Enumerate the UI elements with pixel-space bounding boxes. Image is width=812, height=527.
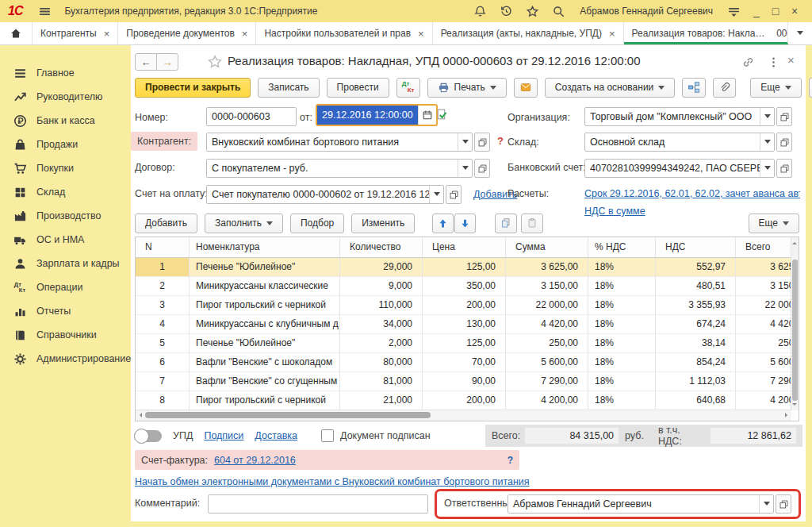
cell-price[interactable]: 125,00 [423,334,506,352]
kebab-menu-icon[interactable] [767,56,780,69]
search-icon[interactable] [552,5,565,18]
cell-vat_rate[interactable]: 18% [588,334,656,352]
cell-total[interactable]: 7 290,00 [736,372,799,390]
cell-qty[interactable]: 9,000 [340,277,423,295]
cell-vat_rate[interactable]: 18% [588,372,656,390]
tab[interactable]: Реализация (акты, накладные, УПД)× [433,22,624,44]
cell-n[interactable]: 1 [136,258,190,276]
payment-invoice-field[interactable]: Счет покупателю 0000-000602 от 19.12.201… [206,185,462,204]
signed-checkbox[interactable] [321,429,334,442]
cell-qty[interactable]: 21,000 [340,391,423,410]
comment-input[interactable] [208,494,428,514]
cell-vat[interactable]: 552,97 [656,258,736,276]
column-header[interactable]: Цена [423,237,506,257]
cell-name[interactable]: Печенье "Юбилейное" [190,258,340,276]
table-row[interactable]: 8Пирог тирольский с черникой21,000200,00… [136,391,799,410]
cell-total[interactable]: 250,00 [736,334,799,352]
table-row[interactable]: 2Миникруассаны классические9,000350,003 … [136,277,799,296]
cell-vat_rate[interactable]: 18% [588,353,656,371]
move-up-button[interactable] [432,213,454,233]
dropdown-icon[interactable] [760,108,774,125]
tab[interactable]: Проведение документов× [118,22,256,44]
cell-price[interactable]: 130,00 [423,315,506,333]
copy-row-button[interactable] [495,213,517,233]
notifications-bell-icon[interactable] [473,5,487,18]
fill-button[interactable]: Заполнить [205,213,283,233]
sidebar-item[interactable]: ОС и НМА [0,229,131,251]
sidebar-item[interactable]: Справочники [0,324,131,346]
dropdown-icon[interactable] [760,160,774,177]
cell-sum[interactable]: 5 600,00 [506,353,588,371]
more-button[interactable]: Еще [750,78,801,98]
warehouse-field[interactable]: Основной склад [584,133,792,152]
column-header[interactable]: Номенклатура [190,237,340,257]
tab[interactable]: Контрагенты× [33,22,118,44]
table-row[interactable]: 7Вафли "Венские" со сгущенным ...81,0009… [136,372,799,391]
cell-name[interactable]: Пирог тирольский с черникой [190,391,340,410]
cell-vat[interactable]: 674,24 [656,315,736,333]
signatures-link[interactable]: Подписи [204,430,243,441]
cell-qty[interactable]: 34,000 [340,315,423,333]
cell-name[interactable]: Пирог тирольский с черникой [190,296,340,314]
counterparty-field[interactable]: Внуковский комбинат бортового питания [206,133,490,152]
back-button[interactable]: ← [135,53,157,71]
open-icon[interactable] [776,107,792,126]
sidebar-item[interactable]: Продажи [0,133,131,156]
cell-price[interactable]: 125,00 [423,258,506,276]
tab-close-icon[interactable]: × [418,29,424,39]
invoice-help[interactable]: ? [508,455,513,466]
sidebar-item[interactable]: Производство [0,205,131,227]
current-user[interactable]: Абрамов Геннадий Сергеевич [580,6,713,17]
invoice-link[interactable]: 604 от 29.12.2016 [214,455,296,466]
dtkt-button[interactable]: ДтКт [396,78,420,98]
open-icon[interactable] [474,159,490,178]
cell-qty[interactable]: 81,000 [340,372,423,390]
cell-vat_rate[interactable]: 18% [588,315,656,333]
dropdown-icon[interactable] [760,133,774,151]
cell-vat[interactable]: 38,14 [656,334,736,352]
save-button[interactable]: Записать [258,78,319,98]
close-document-button[interactable]: × [787,53,801,67]
close-window-button[interactable]: × [785,5,804,17]
sidebar-item[interactable]: Склад [0,181,131,203]
column-header[interactable]: Количество [340,237,423,257]
open-icon[interactable] [776,159,792,178]
cell-n[interactable]: 6 [136,353,190,371]
responsible-field[interactable]: Абрамов Геннадий Сергеевич [508,494,791,514]
cell-vat[interactable]: 480,51 [656,277,736,295]
cell-price[interactable]: 70,00 [423,353,506,371]
cell-total[interactable]: 3 150,00 [736,277,799,295]
sidebar-item[interactable]: Администрирование [0,348,131,370]
cell-vat_rate[interactable]: 18% [588,258,656,276]
tabs-overflow-button[interactable] [787,22,812,44]
cell-sum[interactable]: 4 420,00 [506,315,588,333]
cell-n[interactable]: 8 [136,391,190,410]
table-row[interactable]: 6Вафли "Венские" с шоколадом80,00070,005… [136,353,799,372]
cell-name[interactable]: Печенье "Юбилейное" [190,334,340,352]
post-button[interactable]: Провести [327,78,389,98]
bank-account-field[interactable]: 40702810399994349242, ПАО СБЕРБАНК [584,159,792,178]
horizontal-scrollbar[interactable] [136,410,791,421]
edi-link[interactable]: Начать обмен электронными документами с … [135,476,530,487]
cell-total[interactable]: 4 420,00 [736,315,799,333]
table-row[interactable]: 4Миникруассаны с клубничным д...34,00013… [136,315,799,334]
dropdown-icon[interactable] [458,133,472,151]
settlements-link[interactable]: Срок 29.12.2016, 62.01, 62.02, зачет ава… [584,184,800,203]
table-row[interactable]: 1Печенье "Юбилейное"29,000125,003 625,00… [136,258,799,277]
column-header[interactable]: Сумма [506,237,588,257]
cell-name[interactable]: Миникруассаны с клубничным д... [190,315,340,333]
column-header[interactable]: % НДС [588,237,656,257]
cell-name[interactable]: Миникруассаны классические [190,277,340,295]
column-header[interactable]: Всего [736,237,799,257]
cell-price[interactable]: 200,00 [423,391,506,410]
cell-sum[interactable]: 22 000,00 [506,296,588,314]
vertical-scrollbar[interactable] [791,237,799,410]
cell-qty[interactable]: 80,000 [340,353,423,371]
cell-name[interactable]: Вафли "Венские" с шоколадом [190,353,340,371]
cell-qty[interactable]: 110,000 [340,296,423,314]
open-icon[interactable] [474,133,490,152]
sidebar-item[interactable]: Главное [0,62,131,84]
contract-field[interactable]: С покупателем - руб. [206,159,490,178]
cell-sum[interactable]: 7 290,00 [506,372,588,390]
open-icon[interactable] [776,133,792,152]
